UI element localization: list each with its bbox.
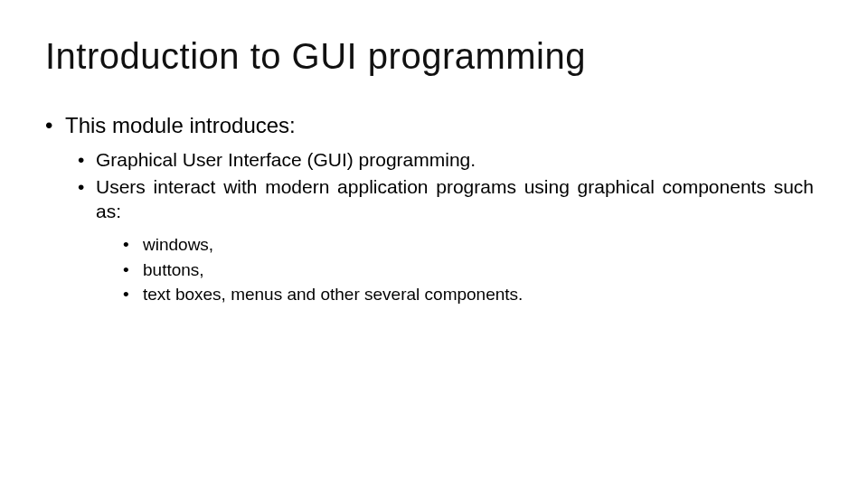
list-item: text boxes, menus and other several comp… bbox=[123, 282, 814, 307]
list-item: buttons, bbox=[123, 258, 814, 283]
list-item-text: Graphical User Interface (GUI) programmi… bbox=[96, 149, 476, 170]
bullet-list-level1: This module introduces: Graphical User I… bbox=[45, 111, 823, 307]
list-item: windows, bbox=[123, 232, 814, 258]
list-item-text: text boxes, menus and other several comp… bbox=[143, 285, 523, 304]
list-item: Users interact with modern application p… bbox=[78, 174, 823, 307]
list-item-text: This module introduces: bbox=[65, 113, 296, 137]
list-item-text: windows, bbox=[143, 235, 213, 254]
bullet-list-level3: windows, buttons, text boxes, menus and … bbox=[96, 232, 814, 307]
list-item-text: Users interact with modern application p… bbox=[96, 176, 814, 221]
list-item: Graphical User Interface (GUI) programmi… bbox=[78, 147, 823, 172]
slide-title: Introduction to GUI programming bbox=[45, 36, 823, 77]
bullet-list-level2: Graphical User Interface (GUI) programmi… bbox=[65, 147, 823, 307]
list-item-text: buttons, bbox=[143, 260, 204, 279]
list-item: This module introduces: Graphical User I… bbox=[45, 111, 823, 307]
